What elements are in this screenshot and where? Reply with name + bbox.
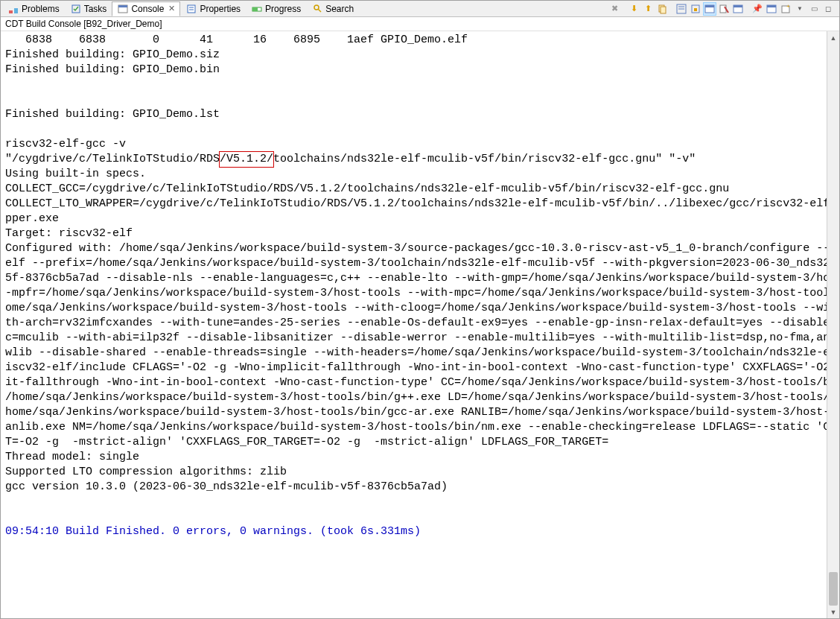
tab-label: Properties: [200, 4, 241, 14]
svg-rect-1: [14, 8, 18, 13]
arrow-down-icon[interactable]: ⬇: [627, 2, 640, 16]
tab-tasks[interactable]: Tasks: [65, 1, 112, 16]
minimize-icon[interactable]: ▭: [807, 2, 821, 16]
console-output[interactable]: 6838 6838 0 41 16 6895 1aef GPIO_Demo.el…: [1, 31, 827, 618]
tab-properties[interactable]: Properties: [180, 1, 246, 16]
scroll-up-icon[interactable]: ▲: [827, 31, 839, 44]
tab-problems[interactable]: Problems: [2, 1, 65, 16]
show-on-output-icon[interactable]: [703, 2, 716, 16]
svg-rect-4: [118, 5, 127, 7]
new-console-icon[interactable]: +: [779, 2, 792, 16]
open-console-icon[interactable]: [765, 2, 778, 16]
display-selected-icon[interactable]: [731, 2, 745, 16]
svg-rect-13: [661, 7, 666, 13]
scroll-down-icon[interactable]: ▼: [827, 606, 839, 618]
console-icon: [117, 3, 129, 15]
svg-rect-9: [252, 7, 258, 11]
wrap-icon[interactable]: [675, 2, 688, 16]
tab-label: Tasks: [84, 4, 107, 14]
console-title-text: CDT Build Console [B92_Driver_Demo]: [5, 19, 162, 29]
tab-label: Search: [325, 4, 354, 14]
svg-text:+: +: [786, 4, 790, 10]
pin-icon[interactable]: 📌: [751, 2, 764, 16]
progress-icon: [251, 3, 263, 15]
clear-console-icon[interactable]: [717, 2, 731, 16]
tab-search[interactable]: Search: [306, 1, 359, 16]
search-icon: [311, 3, 323, 15]
console-toolbar: ✖ ⬇ ⬆ 📌 + ▼ ▭ ◻: [608, 2, 838, 16]
tab-label: Progress: [265, 4, 301, 14]
maximize-icon[interactable]: ◻: [821, 2, 835, 16]
tab-progress[interactable]: Progress: [246, 1, 306, 16]
vertical-scrollbar[interactable]: ▲ ▼: [827, 31, 839, 618]
tab-label: Problems: [22, 4, 60, 14]
tasks-icon: [70, 3, 82, 15]
properties-icon: [185, 3, 197, 15]
arrow-up-icon[interactable]: ⬆: [641, 2, 655, 16]
lock-scroll-icon[interactable]: [689, 2, 702, 16]
svg-line-11: [318, 9, 321, 12]
view-tab-bar: Problems Tasks Console ✕ Properties Prog…: [1, 1, 839, 17]
terminate-icon[interactable]: ✖: [608, 2, 621, 16]
tab-console[interactable]: Console ✕: [112, 1, 180, 16]
close-icon[interactable]: ✕: [168, 4, 175, 13]
console-title: CDT Build Console [B92_Driver_Demo]: [1, 17, 839, 31]
tab-label: Console: [131, 4, 164, 14]
svg-rect-5: [188, 5, 195, 13]
svg-rect-20: [705, 5, 714, 7]
svg-rect-24: [734, 5, 742, 7]
svg-rect-0: [9, 10, 13, 13]
copy-icon[interactable]: [655, 2, 669, 16]
problems-icon: [7, 3, 19, 15]
dropdown-icon[interactable]: ▼: [793, 2, 806, 16]
scroll-thumb[interactable]: [829, 572, 838, 606]
svg-rect-18: [694, 8, 697, 11]
svg-rect-26: [767, 5, 776, 7]
